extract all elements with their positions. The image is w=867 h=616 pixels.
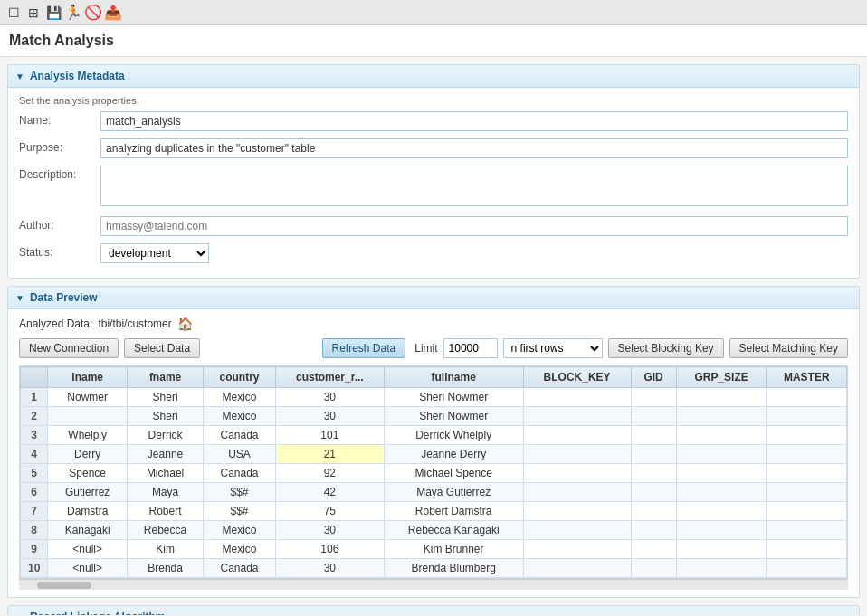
col-fname: fname [127, 367, 203, 388]
data-table-wrapper: lname fname country customer_r... fullna… [19, 365, 848, 579]
cell-block_key [523, 521, 631, 540]
cell-master [767, 559, 847, 578]
cell-fullname: Derrick Whelply [384, 426, 523, 445]
cell-grp_size [676, 483, 767, 502]
table-row: 5SpenceMichaelCanada92Michael Spence [21, 464, 847, 483]
cell-rownum: 10 [21, 559, 48, 578]
cell-lname: Derry [48, 445, 128, 464]
cell-country: Mexico [204, 407, 276, 426]
export-icon[interactable]: 📤 [105, 5, 121, 21]
cell-grp_size [676, 464, 767, 483]
cell-grp_size [676, 540, 767, 559]
cell-block_key [523, 483, 631, 502]
limit-label: Limit [414, 342, 437, 355]
cell-lname: Gutierrez [48, 483, 128, 502]
collapse-arrow: ▼ [15, 71, 24, 81]
cell-fname: Jeanne [127, 445, 203, 464]
select-blocking-key-button[interactable]: Select Blocking Key [608, 338, 724, 358]
cell-fullname: Sheri Nowmer [384, 407, 523, 426]
cell-block_key [523, 388, 631, 407]
new-connection-button[interactable]: New Connection [19, 338, 119, 358]
record-linkage-header[interactable]: ▼ Record Linkage Algorithm [8, 606, 859, 615]
author-input[interactable] [100, 216, 848, 236]
select-matching-key-button[interactable]: Select Matching Key [729, 338, 848, 358]
col-fullname: fullname [384, 367, 523, 388]
new-icon[interactable]: ☐ [5, 5, 22, 21]
col-rownum [21, 367, 48, 388]
purpose-value [100, 138, 848, 158]
analyzed-data-path: tbi/tbi/customer [98, 317, 171, 330]
run-icon[interactable]: 🏃 [65, 5, 81, 21]
cell-fname: Michael [127, 464, 203, 483]
cell-rownum: 2 [21, 407, 48, 426]
cell-grp_size [676, 445, 767, 464]
cell-fullname: Sheri Nowmer [384, 388, 523, 407]
record-linkage-panel: ▼ Record Linkage Algorithm [7, 605, 860, 615]
stop-icon[interactable]: 🚫 [85, 5, 101, 21]
home-icon[interactable]: 🏠 [177, 317, 193, 331]
cell-rownum: 9 [21, 540, 48, 559]
cell-gid [631, 445, 676, 464]
cell-country: Canada [204, 426, 276, 445]
col-block-key: BLOCK_KEY [523, 367, 631, 388]
table-row: 1NowmerSheriMexico30Sheri Nowmer [21, 388, 847, 407]
name-input[interactable] [100, 111, 848, 131]
rows-select[interactable]: n first rows n random rows [503, 338, 603, 358]
cell-country: USA [204, 445, 276, 464]
cell-country: Mexico [204, 388, 276, 407]
analysis-metadata-header[interactable]: ▼ Analysis Metadata [8, 65, 859, 88]
table-body: 1NowmerSheriMexico30Sheri Nowmer2SheriMe… [21, 388, 847, 578]
description-row: Description: [19, 166, 848, 209]
status-label: Status: [19, 243, 100, 259]
cell-lname [48, 407, 128, 426]
author-value [100, 216, 848, 236]
cell-lname: Nowmer [48, 388, 128, 407]
col-lname: lname [48, 367, 128, 388]
cell-master [767, 426, 847, 445]
select-data-button[interactable]: Select Data [124, 338, 200, 358]
cell-master [767, 388, 847, 407]
cell-block_key [523, 559, 631, 578]
name-value [100, 111, 848, 131]
cell-fname: Sheri [127, 388, 203, 407]
table-row: 2SheriMexico30Sheri Nowmer [21, 407, 847, 426]
cell-country: Canada [204, 464, 276, 483]
cell-gid [631, 483, 676, 502]
data-preview-header[interactable]: ▼ Data Preview [8, 287, 859, 309]
record-linkage-title: Record Linkage Algorithm [30, 611, 166, 615]
cell-fullname: Robert Damstra [384, 502, 523, 521]
cell-grp_size [676, 426, 767, 445]
save-icon[interactable]: 💾 [45, 5, 62, 21]
cell-customer_r: 30 [275, 407, 384, 426]
cell-master [767, 407, 847, 426]
limit-input[interactable] [443, 338, 498, 358]
cell-fullname: Jeanne Derry [384, 445, 523, 464]
cell-block_key [523, 502, 631, 521]
cell-fname: Brenda [127, 559, 203, 578]
status-select[interactable]: development testing production [100, 243, 209, 263]
cell-grp_size [676, 407, 767, 426]
description-textarea[interactable] [100, 166, 848, 206]
cell-gid [631, 540, 676, 559]
cell-rownum: 8 [21, 521, 48, 540]
data-preview-arrow: ▼ [15, 293, 24, 303]
data-table: lname fname country customer_r... fullna… [20, 366, 847, 578]
cell-lname: <null> [48, 540, 128, 559]
cell-customer_r: 92 [275, 464, 384, 483]
cell-country: $$# [204, 483, 276, 502]
page-title: Match Analysis [0, 25, 867, 57]
name-row: Name: [19, 111, 848, 131]
cell-rownum: 3 [21, 426, 48, 445]
cell-block_key [523, 407, 631, 426]
open-icon[interactable]: ⊞ [25, 5, 42, 21]
purpose-input[interactable] [100, 138, 848, 158]
refresh-data-button[interactable]: Refresh Data [322, 338, 406, 358]
cell-block_key [523, 426, 631, 445]
cell-fname: Derrick [127, 426, 203, 445]
status-value: development testing production [100, 243, 848, 263]
col-gid: GID [631, 367, 676, 388]
cell-gid [631, 521, 676, 540]
cell-customer_r: 101 [275, 426, 384, 445]
cell-gid [631, 502, 676, 521]
horizontal-scrollbar[interactable] [19, 579, 848, 590]
